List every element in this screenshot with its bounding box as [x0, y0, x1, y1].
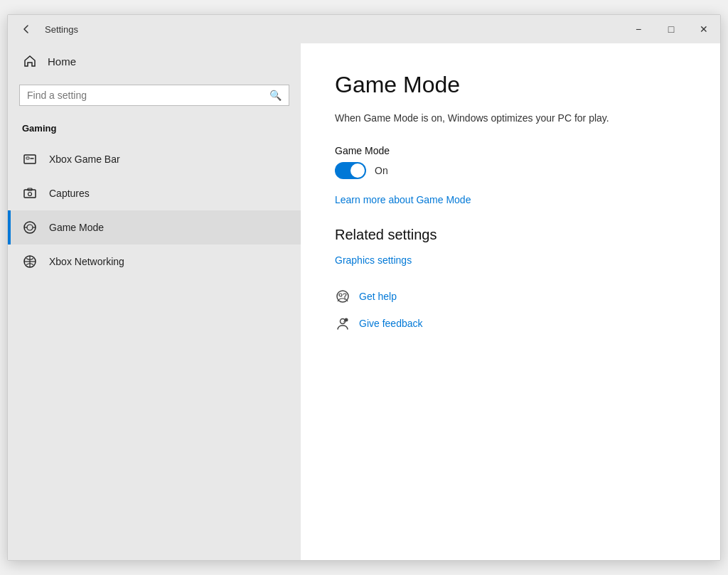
sidebar-item-xbox-networking-label: Xbox Networking: [49, 256, 124, 267]
game-mode-toggle-row: On: [335, 162, 686, 179]
titlebar-left: Settings: [8, 19, 622, 39]
sidebar-item-game-mode[interactable]: Game Mode: [8, 210, 301, 244]
sidebar-item-xbox-game-bar-label: Xbox Game Bar: [49, 154, 120, 165]
close-button[interactable]: ✕: [687, 15, 720, 43]
game-mode-icon: [22, 220, 38, 235]
give-feedback-item[interactable]: Give feedback: [335, 316, 686, 331]
sidebar-item-game-mode-label: Game Mode: [49, 222, 104, 233]
give-feedback-icon: [335, 316, 350, 331]
captures-icon: [22, 186, 38, 201]
titlebar-title: Settings: [45, 24, 78, 35]
learn-more-link[interactable]: Learn more about Game Mode: [335, 194, 471, 205]
game-mode-toggle-label: On: [375, 165, 388, 176]
main-content: Game Mode When Game Mode is on, Windows …: [301, 43, 720, 560]
home-label: Home: [48, 55, 76, 68]
sidebar-item-xbox-game-bar[interactable]: Xbox Game Bar: [8, 142, 301, 176]
game-mode-toggle[interactable]: [335, 162, 366, 179]
get-help-icon: [335, 289, 350, 304]
xbox-game-bar-icon: [22, 151, 38, 167]
sidebar-item-home[interactable]: Home: [8, 43, 301, 79]
svg-point-4: [28, 193, 32, 196]
settings-window: Settings − □ ✕ Home 🔍: [7, 14, 721, 561]
titlebar-controls: − □ ✕: [622, 15, 720, 43]
svg-rect-1: [26, 157, 29, 159]
search-box[interactable]: 🔍: [19, 85, 289, 106]
titlebar: Settings − □ ✕: [8, 15, 720, 43]
minimize-button[interactable]: −: [622, 15, 655, 43]
game-mode-setting-label: Game Mode: [335, 145, 686, 156]
give-feedback-label: Give feedback: [359, 318, 423, 329]
sidebar: Home 🔍 Gaming Xbox Game Bar: [8, 43, 301, 560]
page-title: Game Mode: [335, 72, 686, 98]
graphics-settings-link[interactable]: Graphics settings: [335, 254, 686, 266]
sidebar-item-captures-label: Captures: [49, 188, 90, 199]
svg-rect-3: [24, 190, 36, 198]
page-description: When Game Mode is on, Windows optimizes …: [335, 112, 686, 124]
sidebar-item-xbox-networking[interactable]: Xbox Networking: [8, 244, 301, 279]
search-icon: 🔍: [269, 90, 282, 101]
svg-point-14: [339, 294, 342, 296]
svg-point-15: [344, 299, 346, 300]
back-button[interactable]: [16, 19, 36, 39]
search-input[interactable]: [27, 90, 264, 101]
home-icon: [22, 53, 38, 69]
svg-rect-0: [24, 155, 36, 163]
get-help-label: Get help: [359, 291, 397, 302]
related-settings-title: Related settings: [335, 227, 686, 243]
svg-point-7: [27, 225, 33, 230]
get-help-item[interactable]: Get help: [335, 289, 686, 304]
xbox-networking-icon: [22, 254, 38, 269]
maximize-button[interactable]: □: [655, 15, 687, 43]
sidebar-item-captures[interactable]: Captures: [8, 176, 301, 210]
content-area: Home 🔍 Gaming Xbox Game Bar: [8, 43, 720, 560]
section-label: Gaming: [8, 117, 301, 142]
